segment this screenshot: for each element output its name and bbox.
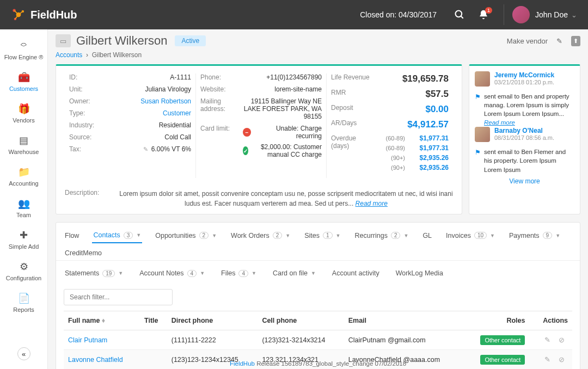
edit-tax-icon[interactable]: ✎ [143,146,148,152]
collapse-sidebar-icon[interactable]: « [17,347,30,360]
tab-flow[interactable]: Flow [64,228,80,243]
tab-card-on-file[interactable]: Card on file▼ [272,266,317,280]
col-cphone[interactable]: Cell phone [258,311,344,330]
footer-brand[interactable]: FieldHub [230,360,255,367]
activity-name[interactable]: Barnaby O'Neal [494,127,574,134]
tab-gl[interactable]: GL [421,228,433,243]
contact-name-link[interactable]: Clair Putnam [68,336,107,344]
breadcrumb-current: Gilbert Wilkerson [92,51,142,59]
unlink-row-icon[interactable]: ⊘ [559,336,565,344]
source-value: Cold Call [112,133,191,141]
overdue-amount[interactable]: $2,935.26 [411,164,449,171]
search-icon[interactable] [454,9,465,20]
read-more-link[interactable]: Read more [356,200,388,207]
col-fullname[interactable]: Full name ♦ [64,311,140,330]
status-badge: Active [175,35,206,46]
sidebar-item-team[interactable]: 👥Team [0,192,47,224]
sidebar-item-vendors[interactable]: 🎁Vendors [0,97,47,129]
topbar: FieldHub Closed on: 04/30/2017 1 John Do… [0,0,588,29]
gears-icon: ⚙ [2,261,45,273]
briefcase-icon: 🧰 [2,71,45,83]
overdue-amount[interactable]: $2,935.26 [411,154,449,162]
col-actions: Actions [529,311,572,330]
activity-avatar [475,71,490,87]
view-more-link[interactable]: View more [475,174,574,188]
breadcrumb-root[interactable]: Accounts [56,51,82,59]
tab-sites[interactable]: Sites1▼ [303,228,341,243]
sidebar-item-reports[interactable]: 📄Reports [0,287,47,318]
tab-count: 2 [391,232,401,239]
tab-files[interactable]: Files4▼ [220,266,258,280]
edit-row-icon[interactable]: ✎ [544,336,550,344]
user-dropdown-icon[interactable]: ⌄ [571,11,577,19]
make-vendor-link[interactable]: Make vendor [507,37,548,45]
description-value: Lorem ipsum dolor sit amet, possit conve… [119,189,453,208]
col-email[interactable]: Email [344,311,464,330]
read-more-link[interactable]: Read more [484,119,515,126]
tabs-row-1: FlowContacts3▼Opportunities2▼Work Orders… [56,223,580,261]
chevron-down-icon: ▼ [285,233,290,238]
tab-count: 19 [102,270,115,277]
overdue-amount[interactable]: $1,977.31 [411,134,449,142]
sidebar: ⌔Flow Engine ® 🧰Customers 🎁Vendors ▤Ware… [0,29,48,369]
activity-time: 03/21/2018 01:20 p.m. [494,79,574,85]
rss-icon: ⌔ [2,40,45,52]
sidebar-item-customers[interactable]: 🧰Customers [0,66,47,97]
flag-icon: ⚑ [475,93,481,127]
mailing-value: 19115 Ballinger Way NE LAKE FOREST PARK,… [243,97,322,120]
owner-value[interactable]: Susan Robertson [112,97,191,105]
tab-account-activity[interactable]: Account activity [331,266,381,280]
unit-value: Juliana Virology [112,85,191,93]
col-dphone[interactable]: Direct phone [167,311,258,330]
col-title[interactable]: Title [140,311,167,330]
search-input[interactable] [64,289,173,305]
tab-worklog-media[interactable]: WorkLog Media [395,266,444,280]
tab-statements[interactable]: Statements19▼ [64,266,124,280]
logo-icon [11,7,26,22]
activity-message: ⚑ sent email to Ben and property manag. … [475,92,574,127]
tabs-row-2: Statements19▼Account Notes4▼Files4▼Card … [56,261,580,286]
ardays-value[interactable]: $4,912.57 [373,119,449,130]
sort-icon: ♦ [102,317,105,324]
page-icon: ▭ [56,34,71,47]
chevron-down-icon: ▼ [403,233,408,238]
sidebar-item-accounting[interactable]: 📁Accounting [0,161,47,192]
tab-invoices[interactable]: Invoices10▼ [445,228,496,243]
tabs-card: FlowContacts3▼Opportunities2▼Work Orders… [56,222,580,369]
chevron-down-icon: ▼ [118,270,123,276]
tab-payments[interactable]: Payments9▼ [508,228,561,243]
sidebar-item-simple-add[interactable]: ✚Simple Add [0,224,47,255]
breadcrumb: Accounts › Gilbert Wilkerson [56,51,580,59]
col-roles[interactable]: Roles [464,311,530,330]
chevron-down-icon: ▼ [200,270,205,276]
closed-on: Closed on: 04/30/2017 [360,10,437,19]
sidebar-item-flow-engine[interactable]: ⌔Flow Engine ® [0,35,47,66]
tab-work-orders[interactable]: Work Orders2▼ [230,228,291,243]
tab-opportunities[interactable]: Opportunities2▼ [154,228,218,243]
edit-icon[interactable]: ✎ [556,37,562,45]
overdue-amount[interactable]: $1,977.31 [411,144,449,152]
upload-icon[interactable]: ⬆ [571,36,580,46]
tab-recurrings[interactable]: Recurrings2▼ [353,228,409,243]
type-value[interactable]: Customer [112,109,191,117]
tab-count: 3 [124,232,133,239]
tab-creditmemo[interactable]: CreditMemo [64,246,103,260]
brand-logo[interactable]: FieldHub [11,7,77,22]
activity-name[interactable]: Jeremy McCormick [494,71,574,79]
customer-info-card: ID:A-1111 Unit:Juliana Virology Owner:Su… [56,64,462,214]
page-title: Gilbert Wilkerson [76,34,167,48]
deposit-value[interactable]: $0.00 [373,104,449,115]
chevron-down-icon: ▼ [555,233,560,238]
chevron-down-icon: ▼ [490,233,495,238]
tab-count: 10 [474,232,487,239]
tab-account-notes[interactable]: Account Notes4▼ [138,266,206,280]
chevron-down-icon: ▼ [252,270,256,276]
sidebar-item-configuration[interactable]: ⚙Configuration [0,255,47,287]
tab-contacts[interactable]: Contacts3▼ [92,228,142,243]
id-value: A-1111 [112,73,191,81]
user-avatar[interactable] [512,6,530,23]
rmr-value: $57.5 [373,89,449,100]
chevron-down-icon: ▼ [311,270,316,276]
sidebar-item-warehouse[interactable]: ▤Warehouse [0,129,47,161]
bell-icon[interactable]: 1 [478,9,489,20]
